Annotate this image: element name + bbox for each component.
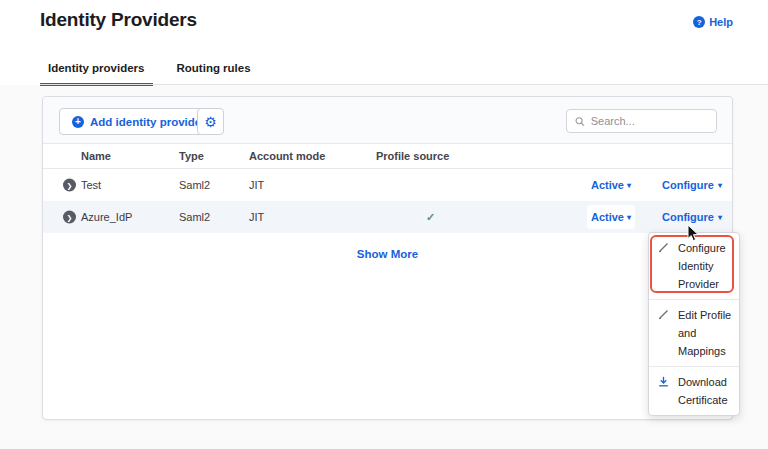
pencil-icon — [658, 242, 669, 253]
page-title: Identity Providers — [40, 9, 197, 31]
search-icon — [575, 116, 585, 127]
tab-identity-providers[interactable]: Identity providers — [40, 55, 153, 86]
active-status-label: Active — [591, 211, 624, 223]
plus-icon: + — [72, 116, 84, 128]
menu-item-label: Edit Profile and Mappings — [678, 309, 731, 357]
profile-source-check-icon: ✓ — [426, 211, 435, 224]
add-identity-provider-button[interactable]: + Add identity provider — [59, 108, 219, 135]
add-identity-provider-label: Add identity provider — [90, 116, 206, 128]
configure-dropdown[interactable]: Configure ▾ — [655, 173, 729, 197]
table-row: ❯ Test Saml2 JIT Active ▾ Configure ▾ — [43, 169, 732, 201]
menu-item-label: Configure Identity Provider — [678, 242, 726, 290]
cell-name: Azure_IdP — [81, 211, 132, 223]
menu-item-edit-profile-and-mappings[interactable]: Edit Profile and Mappings — [649, 299, 739, 366]
tab-divider — [40, 84, 768, 85]
card-toolbar: + Add identity provider ⚙ — [43, 97, 732, 144]
column-header-name: Name — [81, 150, 111, 162]
table-row-selected: ❯ Azure_IdP Saml2 JIT ✓ Active ▾ Configu… — [43, 201, 732, 233]
cell-name: Test — [81, 179, 101, 191]
help-link[interactable]: ? Help — [693, 16, 733, 28]
menu-item-label: Download Certificate — [678, 376, 728, 406]
tab-bar: Identity providers Routing rules — [40, 55, 259, 86]
expand-row-icon[interactable]: ❯ — [63, 211, 76, 224]
configure-label: Configure — [662, 179, 714, 191]
column-header-account-mode: Account mode — [249, 150, 325, 162]
search-box[interactable] — [566, 109, 717, 133]
configure-dropdown-menu: Configure Identity Provider Edit Profile… — [648, 232, 740, 416]
chevron-down-icon: ▾ — [627, 181, 631, 190]
show-more-link[interactable]: Show More — [43, 248, 732, 260]
help-icon: ? — [693, 16, 705, 28]
menu-item-configure-identity-provider[interactable]: Configure Identity Provider — [649, 233, 739, 299]
table-header: Name Type Account mode Profile source — [43, 144, 732, 169]
settings-button[interactable]: ⚙ — [197, 108, 224, 135]
pencil-icon — [658, 309, 669, 320]
active-status-dropdown[interactable]: Active ▾ — [587, 173, 635, 197]
active-status-dropdown[interactable]: Active ▾ — [587, 205, 635, 229]
tab-routing-rules[interactable]: Routing rules — [169, 55, 259, 86]
help-label: Help — [709, 16, 733, 28]
download-icon — [658, 376, 669, 387]
column-header-profile-source: Profile source — [376, 150, 449, 162]
configure-dropdown-open[interactable]: Configure ▾ — [655, 205, 729, 229]
menu-item-download-certificate[interactable]: Download Certificate — [649, 366, 739, 415]
configure-label: Configure — [662, 211, 714, 223]
cell-type: Saml2 — [179, 211, 210, 223]
cell-type: Saml2 — [179, 179, 210, 191]
cell-account-mode: JIT — [249, 211, 264, 223]
identity-providers-page: Identity Providers ? Help Identity provi… — [0, 0, 768, 449]
chevron-down-icon: ▾ — [718, 213, 722, 222]
expand-row-icon[interactable]: ❯ — [63, 179, 76, 192]
chevron-down-icon: ▾ — [627, 213, 631, 222]
search-input[interactable] — [591, 115, 708, 127]
active-status-label: Active — [591, 179, 624, 191]
identity-providers-card: + Add identity provider ⚙ Name Type Acco… — [42, 96, 733, 420]
cell-account-mode: JIT — [249, 179, 264, 191]
chevron-down-icon: ▾ — [718, 181, 722, 190]
column-header-type: Type — [179, 150, 204, 162]
gear-icon: ⚙ — [204, 114, 217, 130]
